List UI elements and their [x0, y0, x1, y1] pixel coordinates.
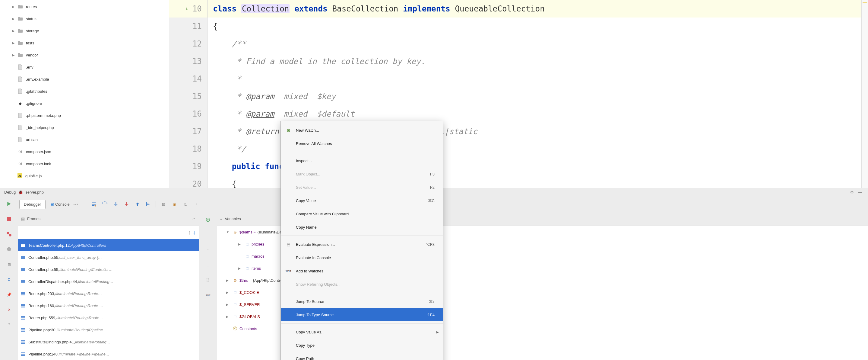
tree-folder[interactable]: ▶tests [0, 37, 169, 49]
view-breakpoints-button[interactable] [0, 226, 18, 242]
pin-button[interactable]: 📌 [0, 287, 18, 302]
frame-row[interactable]: Controller.php:55, Illuminate\Routing\Co… [18, 264, 199, 275]
code-line[interactable]: * Find a model in the collection by key. [208, 53, 861, 70]
tree-file[interactable]: {J}composer.lock [0, 158, 169, 170]
expand-arrow-icon[interactable]: ▶ [226, 303, 230, 306]
sort-button[interactable]: ⇅ [182, 201, 188, 207]
resume-button[interactable] [0, 196, 18, 212]
tree-folder[interactable]: ▶status [0, 13, 169, 25]
remove-watch-button[interactable]: — [199, 227, 217, 242]
frame-row[interactable]: TeamsController.php:12, App\Http\Control… [18, 239, 199, 251]
tree-file[interactable]: JSgulpfile.js [0, 170, 169, 182]
minimize-icon[interactable]: — [856, 190, 864, 194]
duplicate-button[interactable]: ⿻ [199, 272, 217, 287]
gutter-line[interactable]: 19 [169, 158, 207, 175]
frame-row[interactable]: SubstituteBindings.php:41, Illuminate\Ro… [18, 336, 199, 348]
gutter-line[interactable]: 18 [169, 140, 207, 158]
expand-arrow-icon[interactable]: ▶ [238, 267, 243, 270]
show-watches-button[interactable]: 👓 [199, 287, 217, 303]
menu-item[interactable]: Copy Value As... [281, 325, 443, 338]
expand-arrow-icon[interactable]: ▶ [226, 291, 230, 294]
expand-arrow-icon[interactable]: ▼ [226, 230, 230, 234]
context-menu[interactable]: ⊕New Watch...Remove All WatchesInspect..… [280, 121, 443, 360]
gutter-line[interactable]: 12 [169, 35, 207, 53]
expand-arrow-icon[interactable]: ▶ [238, 243, 243, 246]
frame-row[interactable]: Route.php:160, Illuminate\Routing\Route-… [18, 300, 199, 312]
menu-item[interactable]: Jump To Type Source⇧F4 [281, 308, 443, 321]
gutter-line[interactable]: 14 [169, 70, 207, 88]
frame-row[interactable]: ControllerDispatcher.php:44, Illuminate\… [18, 275, 199, 287]
menu-item[interactable]: ⊟Evaluate Expression...⌥F8 [281, 238, 443, 251]
menu-item[interactable]: 👓Add to Watches [281, 264, 443, 278]
settings-icon[interactable]: ⚙ [848, 190, 856, 194]
code-line[interactable]: * @param mixed $key [208, 88, 861, 105]
run-to-cursor-button[interactable] [145, 201, 151, 207]
debug-settings-button[interactable]: ⚙ [0, 272, 18, 287]
gutter-line[interactable]: 11 [169, 18, 207, 35]
force-step-into-button[interactable] [123, 201, 130, 207]
stop-button[interactable] [0, 212, 18, 226]
step-out-button[interactable] [134, 201, 141, 207]
tree-folder[interactable]: ▶storage [0, 25, 169, 37]
gutter-line[interactable]: 13 [169, 53, 207, 70]
tree-file[interactable]: _ide_helper.php [0, 121, 169, 134]
tree-file[interactable]: .gitattributes [0, 85, 169, 97]
menu-item[interactable]: Copy Name [281, 220, 443, 234]
menu-item[interactable]: Copy Type [281, 338, 443, 352]
tree-file[interactable]: .env [0, 61, 169, 73]
menu-item[interactable]: Remove All Watches [281, 137, 443, 150]
gutter-line[interactable]: 15 [169, 88, 207, 105]
show-execution-point-button[interactable] [91, 201, 97, 207]
more-button[interactable]: ⋮ [193, 201, 199, 207]
step-into-button[interactable] [112, 201, 119, 207]
menu-item[interactable]: Jump To Source⌘↓ [281, 295, 443, 308]
trace-button[interactable]: ◉ [171, 201, 178, 207]
frame-row[interactable]: Route.php:203, Illuminate\Routing\Route… [18, 287, 199, 300]
code-line[interactable]: * @param mixed $default [208, 105, 861, 122]
help-button[interactable]: ? [0, 317, 18, 332]
expand-arrow-icon[interactable]: ▶ [226, 279, 230, 282]
tab-debugger[interactable]: Debugger [19, 200, 45, 209]
tree-folder[interactable]: ▶vendor [0, 49, 169, 61]
frame-up-button[interactable]: ↑ [188, 229, 191, 236]
mute-breakpoints-button[interactable] [0, 242, 18, 257]
step-over-button[interactable] [101, 201, 108, 207]
tree-file[interactable]: .env.example [0, 73, 169, 85]
code-line[interactable]: { [208, 18, 861, 35]
frames-pin-icon[interactable]: →• [188, 217, 196, 221]
editor-scrollbar[interactable] [861, 0, 868, 188]
menu-item[interactable]: Inspect... [281, 154, 443, 167]
tree-file[interactable]: {J}composer.json [0, 145, 169, 158]
gutter-line[interactable]: 16 [169, 105, 207, 122]
code-line[interactable]: /** [208, 35, 861, 53]
implements-gutter-icon[interactable]: ⬇ [185, 6, 188, 12]
menu-item[interactable]: Compare Value with Clipboard [281, 207, 443, 220]
gutter-line[interactable]: 17 [169, 122, 207, 140]
tab-console[interactable]: ▣ Console →• [46, 200, 82, 209]
move-up-button[interactable]: ↑ [199, 242, 217, 257]
add-watch-button[interactable]: ⊕ [199, 212, 217, 227]
expand-arrow-icon[interactable]: ▶ [226, 315, 230, 318]
move-down-button[interactable]: ↓ [199, 257, 217, 272]
menu-item[interactable]: Evaluate In Console [281, 251, 443, 264]
tree-file[interactable]: .phpstorm.meta.php [0, 109, 169, 121]
code-line[interactable]: * [208, 70, 861, 88]
layout-settings-button[interactable]: ⊞ [0, 257, 18, 272]
gutter-line[interactable]: ⬇10 [169, 0, 207, 18]
evaluate-expression-button[interactable]: ⊟ [160, 201, 167, 207]
frames-list[interactable]: TeamsController.php:12, App\Http\Control… [18, 239, 199, 360]
frame-row[interactable]: Pipeline.php:148, Illuminate\Pipeline\Pi… [18, 348, 199, 360]
frame-row[interactable]: Controller.php:55, call_user_func_array:… [18, 251, 199, 264]
close-button[interactable]: ✕ [0, 302, 18, 317]
menu-item[interactable]: Copy Value⌘C [281, 194, 443, 207]
tree-file[interactable]: ◆.gitignore [0, 97, 169, 109]
frame-row[interactable]: Pipeline.php:30, Illuminate\Routing\Pipe… [18, 324, 199, 336]
code-line[interactable]: class Collection extends BaseCollection … [208, 0, 861, 18]
tree-folder[interactable]: ▶routes [0, 1, 169, 13]
menu-item[interactable]: Copy Path [281, 352, 443, 360]
frame-row[interactable]: Router.php:559, Illuminate\Routing\Route… [18, 312, 199, 324]
frame-down-button[interactable]: ↓ [193, 229, 196, 236]
project-tree[interactable]: ▶routes▶status▶storage▶tests▶vendor.env.… [0, 0, 169, 188]
tree-file[interactable]: artisan [0, 134, 169, 145]
menu-item[interactable]: ⊕New Watch... [281, 123, 443, 137]
